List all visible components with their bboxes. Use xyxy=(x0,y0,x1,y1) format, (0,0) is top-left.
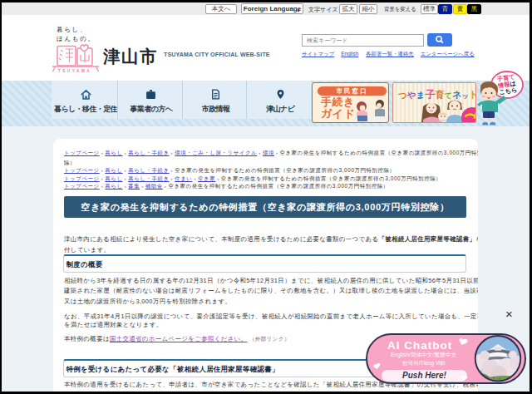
svg-text:TSUYAMA: TSUYAMA xyxy=(58,69,92,73)
